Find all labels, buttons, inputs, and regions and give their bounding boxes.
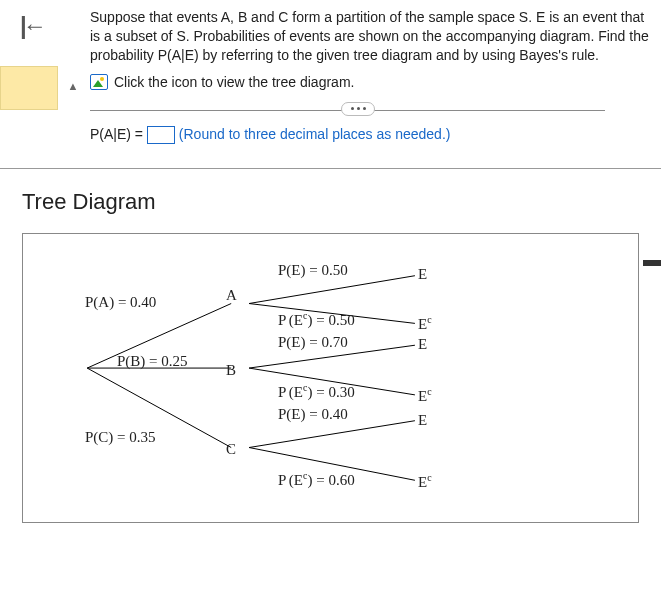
node-c: C <box>226 441 236 458</box>
pc-label: P(C) = 0.35 <box>85 429 156 446</box>
answer-hint: (Round to three decimal places as needed… <box>179 126 451 142</box>
highlight-tab <box>0 66 58 110</box>
pa-label: P(A) = 0.40 <box>85 294 156 311</box>
answer-label: P(A|E) = <box>90 126 147 142</box>
leaf-a-e: E <box>418 266 427 283</box>
leaf-a-ec: Ec <box>418 314 432 333</box>
b-pec: P (Ec) = 0.30 <box>278 382 355 401</box>
b-pe: P(E) = 0.70 <box>278 334 348 351</box>
icon-prompt[interactable]: Click the icon to view the tree diagram. <box>114 73 354 92</box>
node-a: A <box>226 287 237 304</box>
node-b: B <box>226 362 236 379</box>
tree-title: Tree Diagram <box>0 169 661 233</box>
leaf-b-e: E <box>418 336 427 353</box>
pb-label: P(B) = 0.25 <box>117 353 188 370</box>
c-pe: P(E) = 0.40 <box>278 406 348 423</box>
svg-line-3 <box>249 276 415 304</box>
leaf-c-e: E <box>418 412 427 429</box>
nav-collapse-icon[interactable]: |← <box>0 8 90 40</box>
side-handle[interactable] <box>643 260 661 266</box>
question-text: Suppose that events A, B and C form a pa… <box>90 8 649 71</box>
svg-line-7 <box>249 421 415 448</box>
expand-dots-button[interactable] <box>341 102 375 116</box>
answer-input[interactable] <box>147 126 175 144</box>
scroll-up-icon[interactable]: ▲ <box>66 80 80 94</box>
c-pec: P (Ec) = 0.60 <box>278 470 355 489</box>
image-icon[interactable] <box>90 74 108 90</box>
leaf-b-ec: Ec <box>418 386 432 405</box>
tree-diagram: P(A) = 0.40 P(B) = 0.25 P(C) = 0.35 A B … <box>22 233 639 523</box>
leaf-c-ec: Ec <box>418 472 432 491</box>
a-pe: P(E) = 0.50 <box>278 262 348 279</box>
a-pec: P (Ec) = 0.50 <box>278 310 355 329</box>
